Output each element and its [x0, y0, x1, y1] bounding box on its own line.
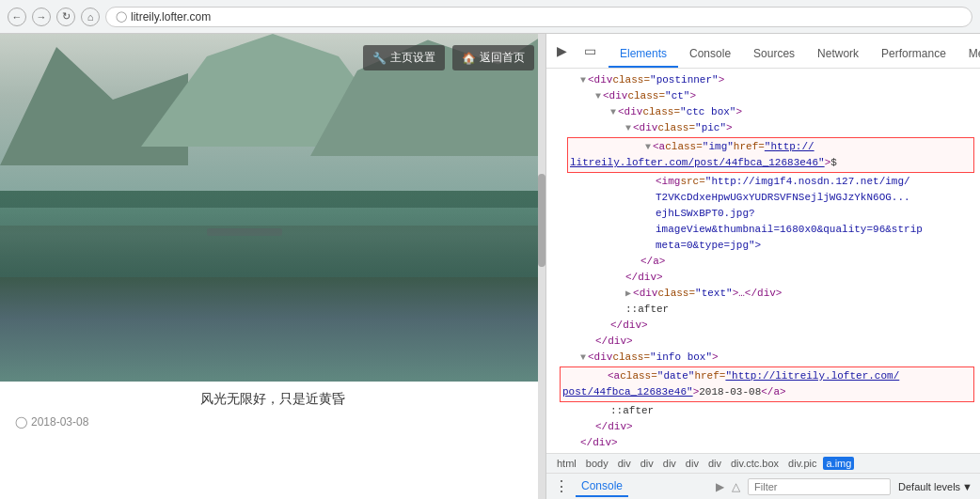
clock-icon: ◯: [15, 415, 27, 429]
code-line: </a>: [546, 254, 980, 270]
tab-console[interactable]: Console: [678, 41, 742, 68]
triangle-icon[interactable]: ▼: [580, 350, 586, 366]
breadcrumb-a-img[interactable]: a.img: [823, 457, 854, 470]
code-line: </div>: [546, 270, 980, 286]
water-layer: [0, 226, 545, 382]
webpage-toolbar: 🔧 主页设置 🏠 返回首页: [363, 45, 534, 70]
home-icon: 🏠: [462, 52, 476, 65]
settings-button[interactable]: 🔧 主页设置: [363, 45, 445, 70]
refresh-button[interactable]: ↻: [56, 8, 75, 26]
triangle-icon[interactable]: ▶: [625, 286, 631, 302]
webpage-date: ◯ 2018-03-08: [0, 412, 545, 436]
code-line: ▼ <div class="ctc box">: [546, 104, 980, 120]
more-options-button[interactable]: ⋮: [554, 477, 568, 495]
devtools-tabs: Elements Console Sources Network Perform…: [605, 34, 980, 68]
code-line: ▼ <div class="info box">: [546, 350, 980, 366]
url-text: litreily.lofter.com: [131, 10, 211, 23]
breadcrumb-div3[interactable]: div: [660, 457, 679, 470]
devtools-left-icons: ▶ ▭: [546, 39, 605, 62]
console-tab[interactable]: Console: [576, 476, 628, 497]
hero-image: [0, 34, 545, 382]
webpage-caption: 风光无限好，只是近黄昏: [0, 382, 545, 412]
inspect-icon[interactable]: ▶: [550, 39, 573, 62]
default-levels-dropdown[interactable]: Default levels ▼: [898, 481, 972, 492]
devtools-header: ▶ ▭ Elements Console Sources Network Per…: [546, 34, 980, 69]
tab-network[interactable]: Network: [806, 41, 870, 68]
main-area: 🔧 主页设置 🏠 返回首页 风光无限好，只是近黄昏 ◯ 2018-03-08: [0, 34, 980, 499]
tab-sources[interactable]: Sources: [742, 41, 806, 68]
breadcrumb-div2[interactable]: div: [638, 457, 656, 470]
chevron-down-icon: ▼: [962, 481, 972, 492]
scrollbar-thumb[interactable]: [538, 174, 545, 267]
triangle-icon[interactable]: ▼: [610, 104, 616, 120]
code-line: </div>: [546, 318, 980, 334]
home-button[interactable]: 🏠 返回首页: [452, 45, 534, 70]
webpage-preview: 🔧 主页设置 🏠 返回首页 风光无限好，只是近黄昏 ◯ 2018-03-08: [0, 34, 545, 499]
code-line-pseudo: ::after: [546, 302, 980, 318]
device-icon[interactable]: ▭: [578, 39, 601, 62]
code-line: ▶ <div class="text">…</div>: [546, 286, 980, 302]
breadcrumb-div1[interactable]: div: [615, 457, 634, 470]
code-panel: ▼ <div class="postinner"> ▼ <div class="…: [546, 69, 980, 453]
breadcrumb-bar: html body div div div div div div.ctc.bo…: [546, 453, 980, 473]
code-line-highlighted-a: ▼ <a class="img" href="http:// litreily.…: [546, 136, 980, 174]
code-line: </div>: [546, 435, 980, 451]
tab-performance[interactable]: Performance: [870, 41, 957, 68]
bridge: [207, 228, 282, 236]
triangle-icon[interactable]: ▼: [625, 120, 631, 136]
filter-input[interactable]: [748, 478, 891, 495]
breadcrumb-div5[interactable]: div: [705, 457, 724, 470]
wrench-icon: 🔧: [372, 52, 387, 65]
code-line: </div>: [546, 419, 980, 435]
triangle-icon[interactable]: ▼: [580, 72, 586, 88]
forward-button[interactable]: →: [32, 8, 51, 26]
address-bar[interactable]: ◯ litreily.lofter.com: [105, 7, 972, 27]
browser-chrome: ← → ↻ ⌂ ◯ litreily.lofter.com: [0, 0, 980, 34]
tab-elements[interactable]: Elements: [609, 41, 678, 68]
code-line: ▼ <div class="pic">: [546, 120, 980, 136]
breadcrumb-div-ctcbox[interactable]: div.ctc.box: [728, 457, 782, 470]
no-warnings-icon: △: [732, 480, 740, 493]
code-line-pseudo2: ::after: [546, 403, 980, 419]
lock-icon: ◯: [116, 10, 127, 23]
breadcrumb-html[interactable]: html: [554, 457, 579, 470]
back-button[interactable]: ←: [8, 8, 26, 26]
code-line: ▼ <div class="ct">: [546, 88, 980, 104]
breadcrumb-div-pic[interactable]: div.pic: [785, 457, 819, 470]
code-line-img-attrs: ejhLSWxBPT0.jpg?: [546, 206, 980, 222]
console-bar: ⋮ Console ▶ △ Default levels ▼: [546, 473, 980, 499]
code-line-img-attrs2: imageView&thumbnail=1680x0&quality=96&st…: [546, 222, 980, 238]
breadcrumb-div4[interactable]: div: [683, 457, 702, 470]
code-line: ▼ <div class="postinner">: [546, 72, 980, 88]
home-button[interactable]: ⌂: [81, 8, 100, 26]
code-line-img-attrs3: meta=0&type=jpg">: [546, 238, 980, 254]
code-line-img-src2: T2VKcDdxeHpwUGxYUDRSVFNSejljWGJzYkN6OG..…: [546, 190, 980, 206]
code-line-highlighted-date: <a class="date" href="http://litreily.lo…: [546, 366, 980, 403]
tab-memory[interactable]: Memor: [957, 41, 980, 68]
breadcrumb-body[interactable]: body: [583, 457, 611, 470]
code-line-img-src: <img src="http://img1f4.nosdn.127.net/im…: [546, 174, 980, 190]
triangle-icon[interactable]: ▼: [595, 88, 601, 104]
code-line: </div>: [546, 334, 980, 350]
webpage-scrollbar[interactable]: [538, 34, 545, 499]
devtools-panel: ▶ ▭ Elements Console Sources Network Per…: [545, 34, 980, 499]
no-errors-icon: ▶: [716, 480, 724, 493]
triangle-icon[interactable]: ▼: [645, 139, 651, 155]
